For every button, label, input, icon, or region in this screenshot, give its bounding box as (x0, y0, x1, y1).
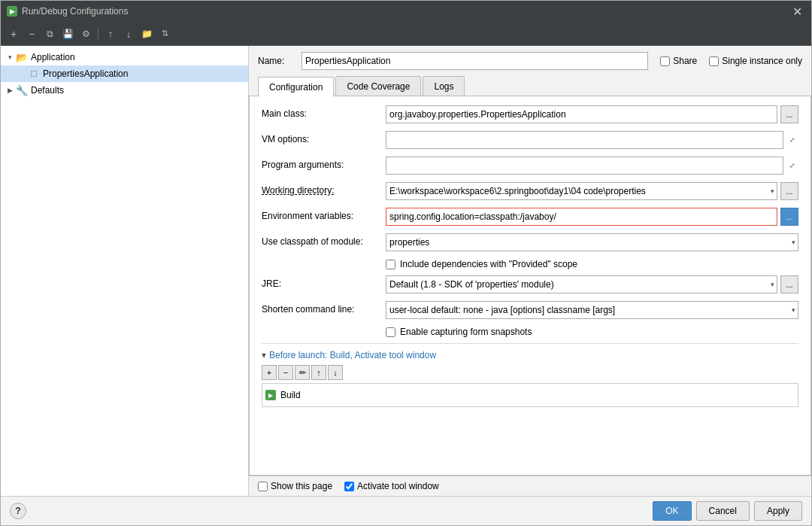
build-icon: ▶ (265, 390, 276, 400)
tab-logs[interactable]: Logs (423, 76, 465, 96)
include-deps-checkbox[interactable] (386, 260, 395, 269)
add-button[interactable]: + (5, 26, 22, 42)
enable-snapshot-row: Enable capturing form snapshots (386, 327, 798, 337)
vm-options-label: VM options: (262, 131, 386, 144)
application-group-icon: 📂 (16, 51, 28, 63)
run-debug-dialog: ▶ Run/Debug Configurations ✕ + − ⧉ 💾 ⚙ ↑… (0, 0, 812, 526)
sort-button[interactable]: ⇅ (156, 26, 173, 42)
before-launch-title: Before launch: Build, Activate tool wind… (269, 350, 436, 360)
env-vars-input[interactable] (386, 208, 777, 226)
remove-button[interactable]: − (23, 26, 40, 42)
name-label: Name: (258, 56, 295, 66)
classpath-label: Use classpath of module: (262, 233, 386, 247)
before-launch-down-btn[interactable]: ↓ (328, 365, 343, 380)
main-class-dots-btn[interactable]: ... (780, 105, 798, 123)
close-button[interactable]: ✕ (789, 5, 805, 19)
shorten-cmd-row: Shorten command line: user-local default… (262, 301, 798, 321)
move-up-button[interactable]: ↑ (102, 26, 119, 42)
main-class-field: ... (386, 105, 798, 123)
defaults-label: Defaults (31, 85, 64, 96)
env-vars-label: Environment variables: (262, 208, 386, 221)
include-deps-label: Include dependencies with "Provided" sco… (400, 259, 577, 269)
dialog-icon: ▶ (7, 6, 17, 17)
dialog-title: Run/Debug Configurations (22, 6, 128, 17)
vm-options-expand-btn[interactable]: ⤢ (786, 134, 798, 146)
shorten-cmd-select[interactable]: user-local default: none - java [options… (386, 301, 798, 319)
tabs-bar: Configuration Code Coverage Logs (249, 76, 811, 96)
working-dir-input[interactable] (386, 182, 777, 200)
env-vars-row: Environment variables: ... (262, 208, 798, 227)
tree-item-defaults[interactable]: ▶ 🔧 Defaults (1, 82, 248, 99)
properties-application-label: PropertiesApplication (43, 68, 128, 79)
title-bar: ▶ Run/Debug Configurations ✕ (1, 1, 811, 22)
options-row: Share Single instance only (660, 56, 802, 66)
expand-arrow-application: ▾ (4, 51, 16, 63)
jre-row: JRE: Default (1.8 - SDK of 'properties' … (262, 275, 798, 295)
name-row: Name: Share Single instance only (249, 46, 811, 76)
right-panel: Name: Share Single instance only Confi (249, 46, 811, 496)
tab-code-coverage[interactable]: Code Coverage (335, 76, 421, 96)
application-group-label: Application (31, 52, 75, 62)
save-button[interactable]: 💾 (59, 26, 76, 42)
program-args-input[interactable] (386, 157, 783, 175)
settings-button[interactable]: ⚙ (77, 26, 94, 42)
share-checkbox[interactable] (660, 56, 670, 66)
classpath-select[interactable]: properties (386, 233, 798, 251)
tree-item-application[interactable]: ▾ 📂 Application (1, 49, 248, 65)
jre-select[interactable]: Default (1.8 - SDK of 'properties' modul… (386, 275, 777, 293)
before-launch-add-btn[interactable]: + (262, 365, 277, 380)
main-class-row: Main class: ... (262, 105, 798, 125)
before-launch-remove-btn[interactable]: − (278, 365, 293, 380)
title-bar-left: ▶ Run/Debug Configurations (7, 6, 128, 17)
working-dir-row: Working directory: ▾ ... (262, 182, 798, 202)
dialog-footer: ? OK Cancel Apply (1, 496, 811, 525)
working-dir-dots-btn[interactable]: ... (780, 182, 798, 200)
before-launch-section: ▾ Before launch: Build, Activate tool wi… (262, 350, 798, 407)
launch-item-build: ▶ Build (265, 387, 795, 403)
folder-button[interactable]: 📁 (138, 26, 155, 42)
move-down-button[interactable]: ↓ (120, 26, 137, 42)
env-vars-dots-btn[interactable]: ... (780, 208, 798, 226)
before-launch-header: ▾ Before launch: Build, Activate tool wi… (262, 350, 798, 360)
name-input[interactable] (301, 52, 648, 70)
toolbar: + − ⧉ 💾 ⚙ ↑ ↓ 📁 ⇅ (1, 22, 811, 46)
single-instance-checkbox[interactable] (709, 56, 719, 66)
activate-tool-checkbox[interactable] (344, 482, 354, 491)
show-page-label[interactable]: Show this page (258, 481, 332, 491)
cancel-button[interactable]: Cancel (696, 501, 750, 521)
main-class-input[interactable] (386, 105, 777, 123)
single-instance-checkbox-label[interactable]: Single instance only (709, 56, 802, 66)
jre-label: JRE: (262, 275, 386, 289)
config-item-icon: ☐ (28, 68, 40, 80)
help-button[interactable]: ? (10, 503, 26, 519)
bottom-checkboxes: Show this page Activate tool window (258, 481, 802, 491)
tree-item-properties-application[interactable]: ☐ PropertiesApplication (1, 65, 248, 82)
main-content: ▾ 📂 Application ☐ PropertiesApplication … (1, 46, 811, 496)
tab-configuration[interactable]: Configuration (258, 77, 334, 96)
program-args-expand-btn[interactable]: ⤢ (786, 160, 798, 172)
config-panel: Main class: ... VM options: ⤢ (249, 96, 811, 476)
copy-button[interactable]: ⧉ (41, 26, 58, 42)
expand-arrow-defaults: ▶ (4, 84, 16, 96)
enable-snapshot-label: Enable capturing form snapshots (400, 327, 532, 337)
ok-button[interactable]: OK (653, 501, 691, 521)
working-dir-field: ▾ ... (386, 182, 798, 200)
env-vars-field: ... (386, 208, 798, 226)
vm-options-input[interactable] (386, 131, 783, 149)
jre-dots-btn[interactable]: ... (780, 275, 798, 293)
program-args-row: Program arguments: ⤢ (262, 157, 798, 176)
tree-panel: ▾ 📂 Application ☐ PropertiesApplication … (1, 46, 249, 496)
apply-button[interactable]: Apply (754, 501, 802, 521)
shorten-cmd-field: user-local default: none - java [options… (386, 301, 798, 319)
enable-snapshot-checkbox[interactable] (386, 327, 395, 337)
activate-tool-label[interactable]: Activate tool window (344, 481, 439, 491)
vm-options-field: ⤢ (386, 131, 798, 149)
share-checkbox-label[interactable]: Share (660, 56, 697, 66)
show-page-checkbox[interactable] (258, 482, 268, 491)
before-launch-up-btn[interactable]: ↑ (311, 365, 326, 380)
include-deps-row: Include dependencies with "Provided" sco… (386, 259, 798, 269)
before-launch-edit-btn[interactable]: ✏ (295, 365, 310, 380)
classpath-field: properties ▾ (386, 233, 798, 251)
before-launch-toolbar: + − ✏ ↑ ↓ (262, 365, 798, 380)
shorten-cmd-label: Shorten command line: (262, 301, 386, 315)
